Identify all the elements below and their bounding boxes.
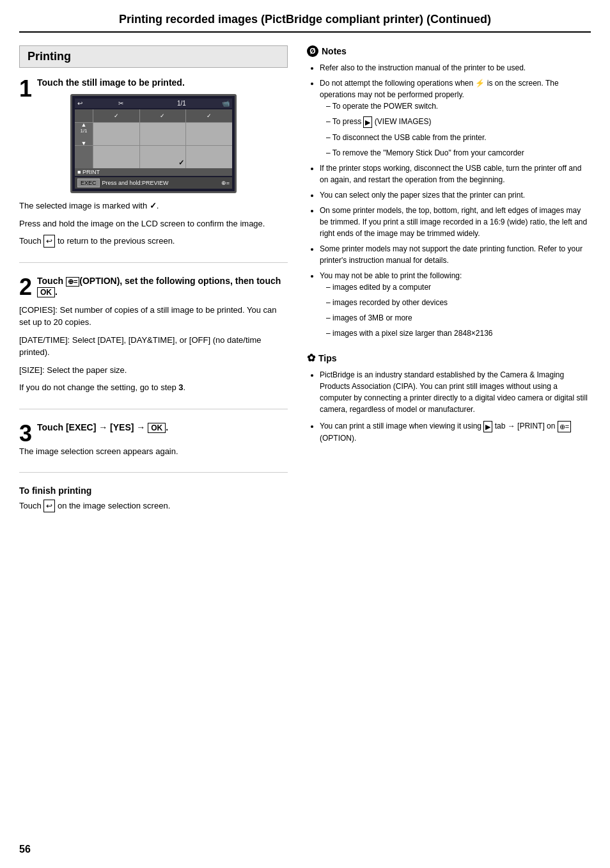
step-1: 1 Touch the still image to be printed. ↩… (19, 77, 288, 263)
note-7-sublist: images edited by a computer images recor… (326, 281, 591, 339)
lcd-bottom-bar: EXEC Press and hold:PREVIEW ⊕= (75, 177, 232, 189)
note-7-sub1: images edited by a computer (326, 281, 591, 293)
step-3-p1: The image selection screen appears again… (19, 445, 288, 458)
note-2: Do not attempt the following operations … (320, 77, 591, 159)
step-2-p4: If you do not change the setting, go to … (19, 381, 288, 394)
step-2-p1: [COPIES]: Set number of copies of a stil… (19, 304, 288, 329)
notes-header: Ø Notes (307, 45, 591, 57)
note-5: On some printer models, the top, bottom,… (320, 205, 591, 239)
lcd-counter: 1/1 (177, 100, 186, 107)
lcd-img-6 (186, 146, 232, 168)
lcd-nav-up: ▲1/1▼ (75, 123, 93, 145)
lcd-screen: ↩ ✂ 1/1 📹 ✓ ✓ ✓ ▲1/1▼ (70, 94, 237, 193)
left-column: Printing 1 Touch the still image to be p… (19, 45, 288, 512)
step-1-p2: Press and hold the image on the LCD scre… (19, 217, 288, 230)
lcd-mode-icon: 📹 (222, 100, 230, 107)
step-2-body: [COPIES]: Set number of copies of a stil… (19, 304, 288, 394)
tips-icon: ✿ (307, 352, 315, 364)
lcd-header-3: ✓ (140, 109, 186, 122)
lcd-nav-2 (75, 146, 93, 168)
note-2-sub3: To disconnect the USB cable from the pri… (326, 132, 591, 143)
step-1-p3: Touch ↩ to return to the previous screen… (19, 235, 288, 248)
lcd-img-1 (93, 123, 139, 145)
step-2-title: Touch ⊕=(OPTION), set the following opti… (37, 276, 288, 297)
note-1: Refer also to the instruction manual of … (320, 62, 591, 74)
tip-2: You can print a still image when viewing… (320, 420, 591, 444)
note-2-sub1: To operate the POWER switch. (326, 100, 591, 112)
page-container: Printing recorded images (PictBridge com… (0, 0, 610, 868)
lcd-print-label: ■ PRINT (77, 169, 100, 175)
page-number: 56 (19, 844, 31, 855)
step-2-p3: [SIZE]: Select the paper size. (19, 364, 288, 377)
note-4: You can select only the paper sizes that… (320, 189, 591, 201)
lcd-icons: ✂ (118, 100, 141, 107)
step-2-p2: [DATE/TIME]: Select [DATE], [DAY&TIME], … (19, 334, 288, 359)
lcd-img-4 (93, 146, 139, 168)
ok-box-2: OK (37, 287, 55, 297)
step-3-title: Touch [EXEC] → [YES] → OK. (37, 422, 288, 433)
note-6: Some printer models may not support the … (320, 243, 591, 266)
right-column: Ø Notes Refer also to the instruction ma… (307, 45, 591, 512)
step-2: 2 Touch ⊕=(OPTION), set the following op… (19, 276, 288, 409)
lcd-img-5: ✓ (140, 146, 186, 168)
view-images-icon: ▶ (363, 116, 372, 129)
lcd-img-2 (140, 123, 186, 145)
lcd-header-4: ✓ (186, 109, 232, 122)
note-2-sublist: To operate the POWER switch. To press ▶ … (326, 100, 591, 159)
section-title: Printing (19, 45, 288, 68)
lcd-header-2: ✓ (93, 109, 139, 122)
lcd-preview-text: Press and hold:PREVIEW (102, 180, 221, 186)
note-2-sub2: To press ▶ (VIEW IMAGES) (326, 116, 591, 128)
lcd-img-3 (186, 123, 232, 145)
notes-icon: Ø (307, 45, 318, 57)
lcd-back-icon: ↩ (77, 100, 82, 107)
main-content: Printing 1 Touch the still image to be p… (19, 45, 591, 512)
step-1-p1: The selected image is marked with ✓. (19, 200, 288, 212)
lcd-grid: ✓ ✓ ✓ ▲1/1▼ ✓ (75, 109, 232, 168)
finish-title: To finish printing (19, 485, 288, 496)
tips-title: Tips (318, 353, 337, 363)
note-7-sub2: images recorded by other devices (326, 297, 591, 308)
notes-title: Notes (322, 46, 347, 56)
note-2-sub4: To remove the "Memory Stick Duo" from yo… (326, 147, 591, 159)
tips-section: ✿ Tips PictBridge is an industry standar… (307, 352, 591, 444)
step-3: 3 Touch [EXEC] → [YES] → OK. The image s… (19, 422, 288, 473)
page-title: Printing recorded images (PictBridge com… (19, 13, 591, 33)
return-icon-finish: ↩ (43, 500, 55, 512)
option-icon-2: ⊕= (66, 277, 79, 287)
notes-list: Refer also to the instruction manual of … (320, 62, 591, 339)
option-icon-tips: ⊕= (558, 421, 571, 433)
ok-box-3: OK (148, 423, 166, 433)
finish-body: Touch ↩ on the image selection screen. (19, 500, 288, 512)
tips-header: ✿ Tips (307, 352, 591, 364)
step-1-body: The selected image is marked with ✓. Pre… (19, 200, 288, 248)
note-3: If the printer stops working, disconnect… (320, 162, 591, 185)
step-3-number: 3 (19, 422, 32, 445)
notes-section: Ø Notes Refer also to the instruction ma… (307, 45, 591, 339)
tip-1: PictBridge is an industry standard estab… (320, 369, 591, 415)
lcd-print-bar: ■ PRINT (75, 168, 232, 176)
tips-list: PictBridge is an industry standard estab… (320, 369, 591, 444)
lcd-top-bar: ↩ ✂ 1/1 📹 (75, 99, 232, 108)
lcd-option-icon: ⊕= (221, 180, 230, 186)
finish-section: To finish printing Touch ↩ on the image … (19, 485, 288, 512)
return-icon-1: ↩ (43, 235, 55, 248)
lcd-header-1 (75, 109, 93, 122)
note-7-sub4: images with a pixel size larger than 284… (326, 327, 591, 339)
step-2-number: 2 (19, 276, 32, 299)
note-7: You may not be able to print the followi… (320, 270, 591, 339)
step-3-body: The image selection screen appears again… (19, 445, 288, 458)
lcd-exec-btn: EXEC (77, 178, 100, 187)
play-icon: ▶ (483, 421, 492, 433)
step-1-number: 1 (19, 77, 32, 100)
step-1-title: Touch the still image to be printed. (37, 77, 288, 88)
note-7-sub3: images of 3MB or more (326, 312, 591, 324)
